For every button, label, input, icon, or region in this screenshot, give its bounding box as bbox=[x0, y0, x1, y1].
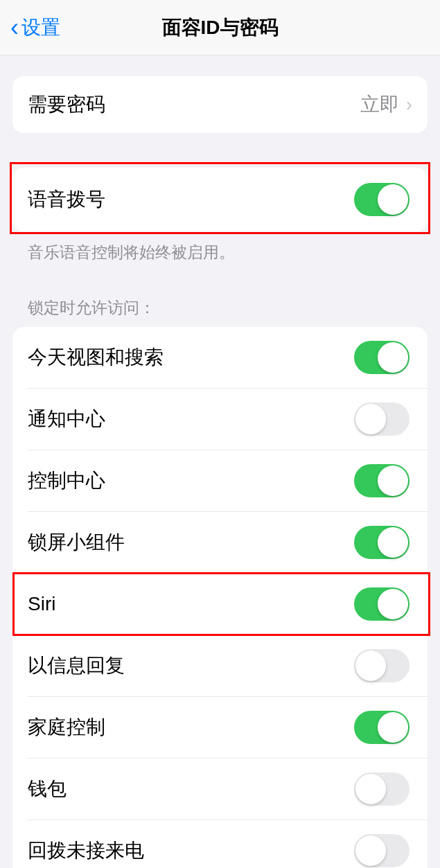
toggle-knob bbox=[355, 835, 386, 866]
require-passcode-label: 需要密码 bbox=[28, 91, 360, 118]
wallet-row: 钱包 bbox=[28, 758, 428, 820]
toggle-knob bbox=[378, 466, 408, 496]
page-title: 面容ID与密码 bbox=[10, 15, 430, 41]
require-passcode-row[interactable]: 需要密码 立即 › bbox=[12, 76, 428, 133]
today-view-row: 今天视图和搜索 bbox=[12, 327, 428, 388]
return-calls-toggle[interactable] bbox=[354, 834, 410, 867]
home-control-row: 家庭控制 bbox=[28, 696, 428, 758]
lock-widgets-toggle[interactable] bbox=[354, 526, 410, 559]
back-button[interactable]: ‹ 设置 bbox=[10, 15, 60, 41]
reply-message-row: 以信息回复 bbox=[28, 635, 428, 696]
passcode-section: 需要密码 立即 › bbox=[12, 76, 428, 133]
voice-section: 语音拨号 bbox=[12, 168, 428, 231]
return-calls-row: 回拨未接来电 bbox=[28, 820, 428, 868]
toggle-knob bbox=[378, 527, 408, 558]
siri-label: Siri bbox=[28, 593, 354, 615]
voice-dial-label: 语音拨号 bbox=[28, 186, 354, 213]
voice-section-footer: 音乐语音控制将始终被启用。 bbox=[12, 231, 428, 273]
home-control-toggle[interactable] bbox=[354, 711, 410, 744]
navigation-header: ‹ 设置 面容ID与密码 bbox=[0, 0, 440, 55]
notification-center-row: 通知中心 bbox=[28, 388, 428, 450]
wallet-toggle[interactable] bbox=[354, 772, 410, 806]
lock-section-header: 锁定时允许访问： bbox=[12, 273, 428, 327]
toggle-knob bbox=[355, 650, 386, 681]
home-control-label: 家庭控制 bbox=[28, 714, 354, 741]
toggle-knob bbox=[378, 589, 408, 619]
reply-message-label: 以信息回复 bbox=[28, 653, 354, 679]
notification-center-label: 通知中心 bbox=[28, 406, 354, 432]
voice-dial-row: 语音拨号 bbox=[12, 168, 428, 231]
siri-row: Siri bbox=[28, 573, 428, 635]
voice-dial-toggle[interactable] bbox=[354, 183, 410, 216]
control-center-toggle[interactable] bbox=[354, 464, 410, 497]
chevron-right-icon: › bbox=[406, 94, 412, 116]
return-calls-label: 回拨未接来电 bbox=[28, 838, 354, 864]
wallet-label: 钱包 bbox=[28, 776, 354, 802]
lock-widgets-label: 锁屏小组件 bbox=[28, 529, 354, 556]
lock-widgets-row: 锁屏小组件 bbox=[28, 511, 428, 573]
toggle-knob bbox=[355, 404, 386, 434]
siri-toggle[interactable] bbox=[354, 587, 410, 621]
control-center-label: 控制中心 bbox=[28, 468, 354, 494]
today-view-toggle[interactable] bbox=[354, 341, 410, 374]
toggle-knob bbox=[378, 342, 408, 373]
require-passcode-value: 立即 bbox=[360, 91, 399, 118]
toggle-knob bbox=[378, 184, 408, 215]
chevron-left-icon: ‹ bbox=[10, 15, 19, 40]
back-label: 设置 bbox=[21, 15, 60, 41]
toggle-knob bbox=[378, 712, 408, 743]
lock-section: 今天视图和搜索 通知中心 控制中心 锁屏小组件 Siri 以信息回复 家庭控制 bbox=[12, 327, 428, 868]
control-center-row: 控制中心 bbox=[28, 450, 428, 511]
today-view-label: 今天视图和搜索 bbox=[28, 344, 354, 371]
reply-message-toggle[interactable] bbox=[354, 649, 410, 682]
notification-center-toggle[interactable] bbox=[354, 402, 410, 436]
toggle-knob bbox=[355, 774, 386, 804]
